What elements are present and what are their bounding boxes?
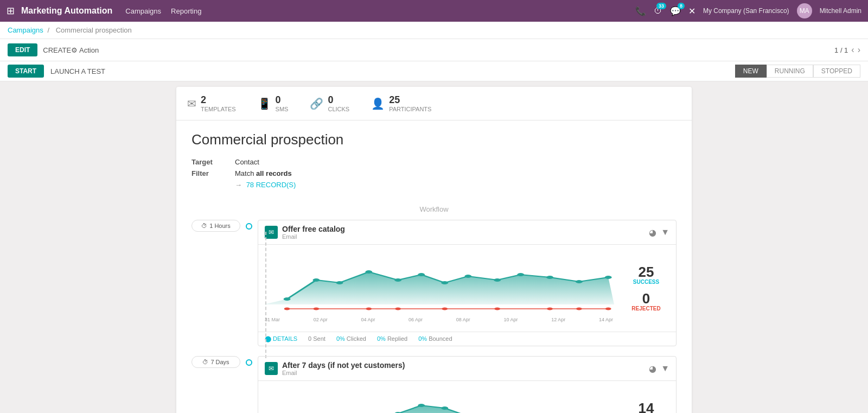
campaign-title: Commercial prospection xyxy=(192,131,676,148)
svg-point-6 xyxy=(418,273,425,276)
svg-point-4 xyxy=(365,270,372,274)
email-header-1: ✉ Offer free catalog Email ◕ ▼ xyxy=(258,220,676,245)
replied-stat-1: 0% Replied xyxy=(377,335,407,342)
timer-badge: 33 xyxy=(656,3,666,9)
create-button[interactable]: CREATE xyxy=(43,46,71,54)
svg-point-22 xyxy=(605,308,611,310)
svg-point-10 xyxy=(517,273,524,276)
grid-icon[interactable]: ⊞ xyxy=(7,5,15,17)
workflow-section: Workflow ⏱ 1 Hours ✉ Offer free catalog … xyxy=(176,200,692,413)
chat-badge: 8 xyxy=(678,3,685,9)
templates-count: 2 xyxy=(201,94,236,106)
chart-svg-1 xyxy=(264,250,614,315)
stat-clicks: 🔗 0 Clicks xyxy=(310,94,349,112)
svg-marker-0 xyxy=(264,272,614,304)
sms-count: 0 xyxy=(276,94,289,106)
svg-point-17 xyxy=(395,308,401,310)
workflow-label: Workflow xyxy=(192,205,676,213)
pagination-text: 1 / 1 xyxy=(834,46,848,54)
workflow-dot-1 xyxy=(246,223,252,230)
edit-button[interactable]: EDIT xyxy=(8,43,37,56)
filter-icon-2[interactable]: ▼ xyxy=(661,364,669,374)
tab-new[interactable]: NEW xyxy=(735,65,767,78)
success-label-1: SUCCESS xyxy=(622,279,671,285)
clicked-stat-1: 0% Clicked xyxy=(336,335,366,342)
workflow-dot-2 xyxy=(246,359,252,366)
status-bar: START LAUNCH A TEST NEW RUNNING STOPPED xyxy=(0,61,868,81)
email-actions-2: ◕ ▼ xyxy=(649,364,669,374)
svg-point-7 xyxy=(441,281,448,284)
svg-point-21 xyxy=(576,308,582,310)
email-subtype-2: Email xyxy=(282,370,405,376)
mail-icon: ✉ xyxy=(187,97,196,110)
nav-campaigns[interactable]: Campaigns xyxy=(125,7,161,15)
templates-label: Templates xyxy=(201,106,236,112)
rejected-label-1: REJECTED xyxy=(622,306,671,312)
participants-count: 25 xyxy=(389,94,431,106)
svg-point-14 xyxy=(284,308,290,310)
email-block-2: ✉ After 7 days (if not yet customers) Em… xyxy=(258,356,676,413)
email-header-2: ✉ After 7 days (if not yet customers) Em… xyxy=(258,357,676,381)
email-type-icon-1: ✉ xyxy=(265,226,278,239)
nav-links: Campaigns Reporting xyxy=(125,7,201,15)
svg-point-28 xyxy=(418,404,425,407)
action-button[interactable]: ⚙ Action xyxy=(71,46,99,54)
details-link-1[interactable]: ⬤ DETAILS xyxy=(265,335,297,342)
breadcrumb-separator: / xyxy=(47,26,51,34)
info-row-records: → 78 RECORD(S) xyxy=(192,181,676,189)
link-icon: 🔗 xyxy=(310,97,323,110)
timing-value-1: 1 Hours xyxy=(209,223,231,229)
email-title-2: After 7 days (if not yet customers) xyxy=(282,361,405,370)
svg-point-29 xyxy=(441,406,448,410)
user-name: Mitchell Admin xyxy=(820,7,861,15)
chat-icon[interactable]: 💬 8 xyxy=(670,6,681,16)
success-count-2: 14 xyxy=(622,401,671,413)
stats-side-2: 14 SUCCESS 2 REJECTED xyxy=(622,386,671,413)
svg-point-12 xyxy=(576,280,583,283)
phone-icon[interactable]: 📞 xyxy=(635,6,646,16)
nav-right: 📞 ⏱ 33 💬 8 ✕ My Company (San Francisco) … xyxy=(635,3,861,18)
prev-button[interactable]: ‹ xyxy=(851,45,854,55)
close-icon[interactable]: ✕ xyxy=(688,6,695,16)
participants-label: Participants xyxy=(389,106,431,112)
svg-point-20 xyxy=(547,308,553,310)
success-count-1: 25 xyxy=(622,265,671,279)
avatar: MA xyxy=(797,3,812,18)
status-tabs: NEW RUNNING STOPPED xyxy=(735,65,860,78)
breadcrumb-parent[interactable]: Campaigns xyxy=(8,26,43,34)
stat-sms: 📱 0 SMS xyxy=(258,94,289,112)
next-button[interactable]: › xyxy=(858,45,860,55)
filter-icon-1[interactable]: ▼ xyxy=(661,227,669,238)
target-value: Contact xyxy=(235,158,259,166)
filter-value: Match all records xyxy=(235,169,292,177)
phone-stat-icon: 📱 xyxy=(258,97,271,110)
timing-value-2: 7 Days xyxy=(210,359,229,365)
timing-badge-2: ⏱ 7 Days xyxy=(192,356,240,368)
records-link[interactable]: 78 RECORD(S) xyxy=(246,181,296,189)
clock-icon-2: ⏱ xyxy=(202,359,208,365)
nav-reporting[interactable]: Reporting xyxy=(171,7,201,15)
chart-2: 31 Mar 02 Apr 04 Apr 06 Apr 08 Apr 10 Ap… xyxy=(264,386,614,413)
stat-templates: ✉ 2 Templates xyxy=(187,94,236,112)
person-icon: 👤 xyxy=(371,97,385,110)
launch-test-button[interactable]: LAUNCH A TEST xyxy=(50,67,105,75)
arrow-icon: → xyxy=(235,181,242,189)
start-button[interactable]: START xyxy=(8,65,44,78)
stat-participants: 👤 25 Participants xyxy=(371,94,431,112)
svg-point-11 xyxy=(546,276,553,279)
svg-point-3 xyxy=(336,281,343,284)
timer-icon[interactable]: ⏱ 33 xyxy=(654,6,662,16)
svg-point-8 xyxy=(464,275,471,278)
svg-point-5 xyxy=(394,278,401,282)
pie-icon-2[interactable]: ◕ xyxy=(649,364,656,374)
pie-icon-1[interactable]: ◕ xyxy=(649,227,656,238)
svg-point-2 xyxy=(312,278,320,282)
workflow-item-2: ⏱ 7 Days ✉ After 7 days (if not yet cust… xyxy=(192,356,676,413)
tab-stopped[interactable]: STOPPED xyxy=(813,65,860,78)
svg-point-19 xyxy=(494,308,500,310)
breadcrumb: Campaigns / Commercial prospection xyxy=(0,22,868,39)
info-row-target: Target Contact xyxy=(192,158,676,166)
email-body-1: 31 Mar 02 Apr 04 Apr 06 Apr 08 Apr 10 Ap… xyxy=(258,245,676,332)
tab-running[interactable]: RUNNING xyxy=(767,65,813,78)
email-body-2: 31 Mar 02 Apr 04 Apr 06 Apr 08 Apr 10 Ap… xyxy=(258,381,676,413)
